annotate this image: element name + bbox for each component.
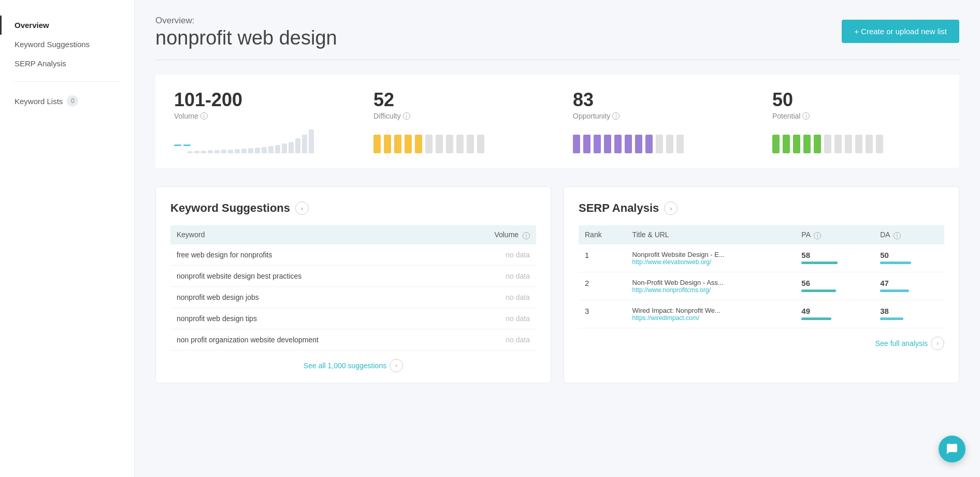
kw-keyword: free web design for nonprofits <box>170 244 450 266</box>
potential-info-icon[interactable]: i <box>802 112 810 120</box>
metric-volume: 101-200 Volume i <box>174 89 342 153</box>
serp-col-rank: Rank <box>579 225 626 244</box>
serp-analysis-card: SERP Analysis › Rank Title & URL PA i DA <box>564 186 959 383</box>
opportunity-label: Opportunity i <box>573 112 741 120</box>
chat-icon <box>946 443 958 455</box>
keyword-suggestions-title: Keyword Suggestions › <box>170 201 536 215</box>
opportunity-chart <box>573 127 741 153</box>
serp-table-row[interactable]: 3 Wired Impact: Nonprofit We... https://… <box>579 300 944 328</box>
kw-volume-info-icon[interactable]: i <box>523 232 530 239</box>
serp-analysis-table: Rank Title & URL PA i DA i 1 <box>579 225 944 328</box>
volume-chart <box>174 127 342 153</box>
kw-table-row[interactable]: non profit organization website developm… <box>170 329 536 350</box>
page-title: nonprofit web design <box>155 27 337 49</box>
serp-rank: 1 <box>579 244 626 272</box>
kw-keyword: nonprofit website design best practices <box>170 265 450 286</box>
kw-volume: no data <box>450 329 536 350</box>
serp-col-title: Title & URL <box>626 225 796 244</box>
metric-difficulty: 52 Difficulty i <box>373 89 542 153</box>
volume-label: Volume i <box>174 112 342 120</box>
kw-keyword: nonprofit web design tips <box>170 308 450 329</box>
serp-da: 47 <box>874 272 944 300</box>
pa-info-icon[interactable]: i <box>814 232 821 239</box>
sidebar-item-keyword-suggestions[interactable]: Keyword Suggestions <box>0 35 134 54</box>
keyword-suggestions-table: Keyword Volume i free web design for non… <box>170 225 536 351</box>
header-divider <box>155 60 959 60</box>
chat-bubble[interactable] <box>939 436 965 462</box>
serp-da: 38 <box>874 300 944 328</box>
keyword-suggestions-card: Keyword Suggestions › Keyword Volume i f… <box>155 186 551 383</box>
see-full-arrow[interactable]: › <box>931 337 944 350</box>
serp-title-url: Nonprofit Website Design - E... http://w… <box>626 244 796 272</box>
serp-pa: 56 <box>795 272 874 300</box>
serp-analysis-title: SERP Analysis › <box>579 201 944 215</box>
da-info-icon[interactable]: i <box>893 232 901 239</box>
serp-pa: 49 <box>795 300 874 328</box>
kw-table-row[interactable]: nonprofit website design best practicesn… <box>170 265 536 286</box>
serp-rank: 3 <box>579 300 626 328</box>
main-content: Overview: nonprofit web design + Create … <box>135 0 980 477</box>
opportunity-value: 83 <box>573 89 741 111</box>
kw-keyword: nonprofit web design jobs <box>170 286 450 308</box>
kw-col-volume: Volume i <box>450 225 536 244</box>
serp-da: 50 <box>874 244 944 272</box>
kw-table-row[interactable]: nonprofit web design jobsno data <box>170 286 536 308</box>
potential-label: Potential i <box>772 112 941 120</box>
page-header: Overview: nonprofit web design + Create … <box>155 16 959 49</box>
sidebar-item-serp-analysis[interactable]: SERP Analysis <box>0 54 134 73</box>
kw-volume: no data <box>450 286 536 308</box>
metric-potential: 50 Potential i <box>772 89 941 153</box>
sidebar-keyword-lists[interactable]: Keyword Lists 0 <box>0 90 134 112</box>
create-upload-button[interactable]: + Create or upload new list <box>842 20 959 43</box>
metrics-row: 101-200 Volume i 52 Difficulty i 83 Oppo… <box>155 75 959 168</box>
kw-col-keyword: Keyword <box>170 225 450 244</box>
sidebar: Overview Keyword Suggestions SERP Analys… <box>0 0 135 477</box>
serp-rank: 2 <box>579 272 626 300</box>
serp-table-row[interactable]: 1 Nonprofit Website Design - E... http:/… <box>579 244 944 272</box>
serp-title-url: Non-Profit Web Design - Ass... http://ww… <box>626 272 796 300</box>
difficulty-label: Difficulty i <box>373 112 542 120</box>
header-subtitle: Overview: <box>155 16 337 26</box>
opportunity-info-icon[interactable]: i <box>612 112 619 120</box>
kw-keyword: non profit organization website developm… <box>170 329 450 350</box>
kw-table-row[interactable]: free web design for nonprofitsno data <box>170 244 536 266</box>
see-all-arrow[interactable]: › <box>390 359 403 372</box>
kw-table-row[interactable]: nonprofit web design tipsno data <box>170 308 536 329</box>
kw-volume: no data <box>450 244 536 266</box>
sidebar-item-overview[interactable]: Overview <box>0 16 134 35</box>
see-all-suggestions[interactable]: See all 1,000 suggestions › <box>170 359 536 372</box>
serp-col-da: DA i <box>874 225 944 244</box>
two-col-section: Keyword Suggestions › Keyword Volume i f… <box>155 186 959 383</box>
potential-value: 50 <box>772 89 941 111</box>
sidebar-divider <box>15 81 120 82</box>
serp-table-row[interactable]: 2 Non-Profit Web Design - Ass... http://… <box>579 272 944 300</box>
kw-volume: no data <box>450 265 536 286</box>
difficulty-chart <box>373 127 542 153</box>
potential-chart <box>772 127 941 153</box>
kw-volume: no data <box>450 308 536 329</box>
keyword-lists-badge: 0 <box>67 95 78 107</box>
metric-opportunity: 83 Opportunity i <box>573 89 741 153</box>
volume-value: 101-200 <box>174 89 342 111</box>
difficulty-value: 52 <box>373 89 542 111</box>
keyword-lists-label: Keyword Lists <box>15 97 63 106</box>
header-title-block: Overview: nonprofit web design <box>155 16 337 49</box>
serp-pa: 58 <box>795 244 874 272</box>
serp-analysis-arrow[interactable]: › <box>664 201 678 215</box>
keyword-suggestions-arrow[interactable]: › <box>295 201 309 215</box>
volume-info-icon[interactable]: i <box>200 112 208 120</box>
difficulty-info-icon[interactable]: i <box>403 112 410 120</box>
serp-title-url: Wired Impact: Nonprofit We... https://wi… <box>626 300 796 328</box>
serp-col-pa: PA i <box>795 225 874 244</box>
see-full-analysis[interactable]: See full analysis › <box>579 337 944 350</box>
